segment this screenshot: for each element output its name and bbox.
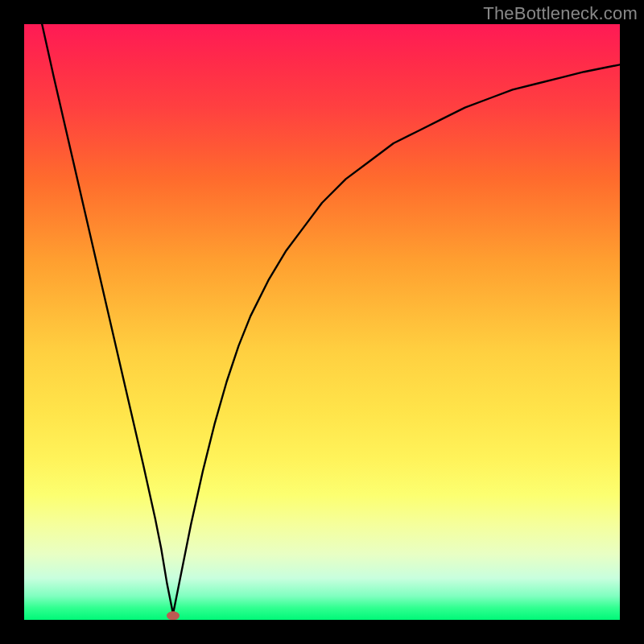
plot-area [24,24,620,620]
minimum-marker [167,611,180,620]
chart-frame: TheBottleneck.com [0,0,644,644]
attribution-label: TheBottleneck.com [483,3,638,24]
curve-layer [24,24,620,620]
bottleneck-curve [42,24,620,614]
